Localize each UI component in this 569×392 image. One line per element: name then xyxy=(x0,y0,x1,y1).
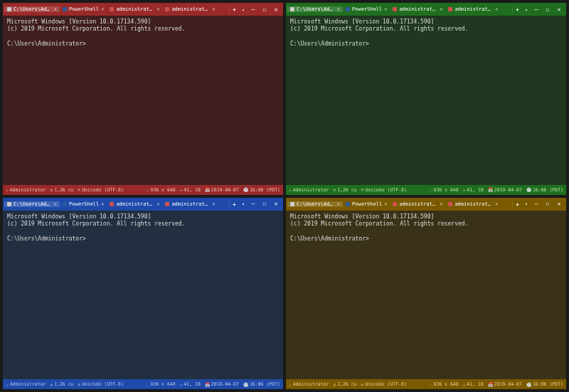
close-icon[interactable]: × xyxy=(440,201,442,207)
ssh-icon xyxy=(165,202,169,206)
close-icon[interactable]: × xyxy=(495,6,498,12)
status-date: 📅2019-04-07 xyxy=(205,381,239,387)
tab-ssh-2[interactable]: administrator@DOCL…× xyxy=(162,201,218,207)
close-icon[interactable]: × xyxy=(495,201,498,207)
terminal-body[interactable]: Microsoft Windows [Version 10.0.17134.59… xyxy=(3,16,283,185)
tab-cmd[interactable]: C:\Users\Administ…× xyxy=(287,201,343,207)
close-icon[interactable]: × xyxy=(156,6,159,12)
close-icon[interactable]: × xyxy=(156,201,159,207)
close-window-button[interactable]: ✕ xyxy=(553,198,565,211)
status-date: 📅2019-04-07 xyxy=(488,187,522,193)
tab-powershell[interactable]: PowerShell× xyxy=(343,6,390,12)
status-time: 🕐16:06 (PDT) xyxy=(243,381,280,387)
tab-ssh-1[interactable]: administrator@DOCL…× xyxy=(107,201,162,207)
tab-powershell[interactable]: PowerShell× xyxy=(343,201,390,207)
user-icon: ♙ xyxy=(289,187,292,192)
size-icon: ⬚ xyxy=(147,187,149,192)
maximize-button[interactable]: ☐ xyxy=(259,3,270,16)
version-text: Microsoft Windows [Version 10.0.17134.59… xyxy=(7,18,151,25)
tab-dropdown-button[interactable]: ▾ xyxy=(522,7,531,12)
encoding-icon: ⌘ xyxy=(361,187,364,192)
user-icon: ♙ xyxy=(289,382,292,387)
close-icon[interactable]: × xyxy=(440,6,442,12)
tab-powershell[interactable]: PowerShell× xyxy=(60,201,107,207)
tab-label: administrator@DOCL… xyxy=(399,6,437,12)
close-icon[interactable]: × xyxy=(101,201,104,207)
calendar-icon: 📅 xyxy=(205,382,210,387)
close-icon[interactable]: × xyxy=(54,201,57,207)
terminal-body[interactable]: Microsoft Windows [Version 10.0.17134.59… xyxy=(3,211,283,380)
tab-ssh-1[interactable]: administrator@DOCL…× xyxy=(390,6,445,12)
window-controls: — ☐ ✕ xyxy=(531,3,565,16)
tab-cmd[interactable]: C:\Users\Administ…× xyxy=(4,6,60,12)
tab-cmd[interactable]: C:\Users\Administ…× xyxy=(4,201,60,207)
close-window-button[interactable]: ✕ xyxy=(270,198,282,211)
status-user: ♙Administrator xyxy=(6,187,46,193)
close-icon[interactable]: × xyxy=(384,201,387,207)
ssh-icon xyxy=(165,7,169,11)
terminal-window-red: C:\Users\Administ…× PowerShell× administ… xyxy=(3,3,283,195)
maximize-button[interactable]: ☐ xyxy=(542,198,553,211)
status-size: ⬚936 x 648 xyxy=(430,381,459,387)
minimize-button[interactable]: — xyxy=(531,3,542,16)
ssh-icon xyxy=(393,7,397,11)
close-icon[interactable]: × xyxy=(101,6,104,12)
close-icon[interactable]: × xyxy=(384,6,387,12)
status-size: ⬚936 x 648 xyxy=(147,381,176,387)
close-icon[interactable]: × xyxy=(54,6,57,12)
window-controls: — ☐ ✕ xyxy=(531,198,565,211)
status-cursor: ✛41, 18 xyxy=(463,381,484,387)
terminal-body[interactable]: Microsoft Windows [Version 10.0.17134.59… xyxy=(286,211,566,380)
tab-label: administrator@DOCL… xyxy=(171,201,210,207)
tab-ssh-2[interactable]: administrator@DOCL…× xyxy=(445,6,501,12)
minimize-button[interactable]: — xyxy=(531,198,542,211)
tab-label: PowerShell xyxy=(69,201,99,207)
new-tab-button[interactable]: + xyxy=(512,201,522,208)
close-icon[interactable]: × xyxy=(337,6,340,12)
terminal-window-yellow: C:\Users\Administ…× PowerShell× administ… xyxy=(286,198,566,390)
tab-label: administrator@DOCL… xyxy=(399,201,437,207)
minimize-button[interactable]: — xyxy=(248,3,259,16)
status-user: ♙Administrator xyxy=(289,187,329,193)
cursor-icon: ✛ xyxy=(180,382,183,387)
maximize-button[interactable]: ☐ xyxy=(259,198,270,211)
tab-ssh-1[interactable]: administrator@DOCL…× xyxy=(390,201,445,207)
tab-dropdown-button[interactable]: ▾ xyxy=(522,201,531,206)
titlebar: C:\Users\Administ…× PowerShell× administ… xyxy=(286,3,566,16)
status-line: ≡1,26 cu xyxy=(50,381,74,387)
status-encoding: ⌘Unicode (UTF-8) xyxy=(361,381,407,387)
tab-dropdown-button[interactable]: ▾ xyxy=(239,7,248,12)
close-window-button[interactable]: ✕ xyxy=(270,3,282,16)
prompt-text: C:\Users\Administrator> xyxy=(290,235,369,242)
new-tab-button[interactable]: + xyxy=(512,6,522,13)
maximize-button[interactable]: ☐ xyxy=(542,3,553,16)
status-time: 🕐16:06 (PDT) xyxy=(526,187,563,193)
terminal-body[interactable]: Microsoft Windows [Version 10.0.17134.59… xyxy=(286,16,566,185)
status-bar: ♙Administrator ≡1,26 cu ⌘Unicode (UTF-8)… xyxy=(286,379,566,389)
close-icon[interactable]: × xyxy=(212,6,215,12)
close-icon[interactable]: × xyxy=(337,201,340,207)
line-icon: ≡ xyxy=(334,187,336,192)
new-tab-button[interactable]: + xyxy=(229,6,239,13)
tab-strip: C:\Users\Administ…× PowerShell× administ… xyxy=(287,6,512,12)
status-bar: ♙Administrator ≡1,26 cu ⌘Unicode (UTF-8)… xyxy=(3,185,283,195)
tab-cmd[interactable]: C:\Users\Administ…× xyxy=(287,6,343,12)
new-tab-button[interactable]: + xyxy=(229,201,239,208)
close-icon[interactable]: × xyxy=(212,201,215,207)
tab-ssh-2[interactable]: administrator@DOCL…× xyxy=(445,201,501,207)
close-window-button[interactable]: ✕ xyxy=(553,3,565,16)
titlebar: C:\Users\Administ…× PowerShell× administ… xyxy=(3,198,283,211)
calendar-icon: 📅 xyxy=(488,382,493,387)
tab-strip: C:\Users\Administ…× PowerShell× administ… xyxy=(4,201,229,207)
minimize-button[interactable]: — xyxy=(248,198,259,211)
tab-dropdown-button[interactable]: ▾ xyxy=(239,201,248,206)
tab-powershell[interactable]: PowerShell× xyxy=(60,6,107,12)
prompt-text: C:\Users\Administrator> xyxy=(290,41,369,47)
tab-ssh-2[interactable]: administrator@DOCL…× xyxy=(162,6,218,12)
window-controls: — ☐ ✕ xyxy=(248,198,282,211)
tab-label: administrator@DOCL… xyxy=(116,6,154,12)
tab-label: C:\Users\Administ… xyxy=(297,201,335,207)
copyright-text: (c) 2019 Microsoft Corporation. All righ… xyxy=(290,26,468,32)
tab-ssh-1[interactable]: administrator@DOCL…× xyxy=(107,6,162,12)
cmd-icon xyxy=(7,202,11,206)
